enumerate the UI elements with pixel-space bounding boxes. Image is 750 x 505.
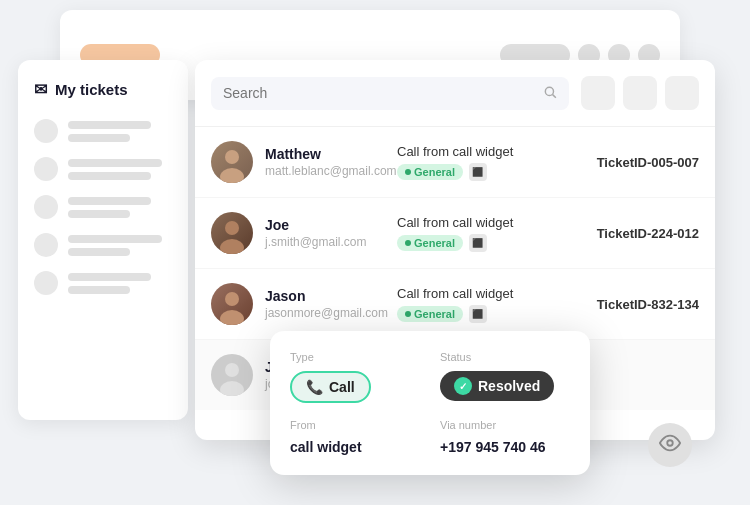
sidebar-line <box>68 172 151 180</box>
ticket-id-jason: TicketID-832-134 <box>579 297 699 312</box>
avatar-jason <box>211 283 253 325</box>
sidebar-title: ✉ My tickets <box>34 80 172 99</box>
sidebar-line <box>68 210 130 218</box>
search-input[interactable] <box>223 85 535 101</box>
call-label: Call <box>329 379 355 395</box>
tooltip-via-section: Via number +197 945 740 46 <box>440 419 570 455</box>
sidebar-lines-3 <box>68 197 172 218</box>
svg-line-1 <box>553 94 556 97</box>
tooltip-status-section: Status ✓ Resolved <box>440 351 570 403</box>
sidebar-row-3 <box>34 195 172 219</box>
sidebar-lines-5 <box>68 273 172 294</box>
ticket-name-jason: Jason <box>265 288 385 304</box>
sidebar-line <box>68 273 151 281</box>
sidebar-line <box>68 159 162 167</box>
tooltip-from-section: From call widget <box>290 419 420 455</box>
toolbar-btn-3[interactable] <box>665 76 699 110</box>
ticket-info-joe: Joe j.smith@gmail.com <box>265 217 385 249</box>
sidebar-avatar-4 <box>34 233 58 257</box>
tag-icon-joe: ⬛ <box>469 234 487 252</box>
ticket-row[interactable]: Jason jasonmore@gmail.com Call from call… <box>195 269 715 340</box>
tag-general-jason: General <box>397 306 463 322</box>
ticket-tags-jason: General ⬛ <box>397 305 567 323</box>
tooltip-type-section: Type 📞 Call <box>290 351 420 403</box>
sidebar-line <box>68 248 130 256</box>
avatar-matthew <box>211 141 253 183</box>
svg-point-6 <box>225 292 239 306</box>
ticket-email-jason: jasonmore@gmail.com <box>265 306 385 320</box>
tooltip-top-row: Type 📞 Call Status ✓ Resolved <box>290 351 570 403</box>
sidebar-row-4 <box>34 233 172 257</box>
sidebar-line <box>68 286 130 294</box>
ticket-email-matthew: matt.leblanc@gmail.com <box>265 164 385 178</box>
call-badge: 📞 Call <box>290 371 371 403</box>
toolbar-btn-1[interactable] <box>581 76 615 110</box>
tooltip-via-value: +197 945 740 46 <box>440 439 570 455</box>
ticket-row[interactable]: Matthew matt.leblanc@gmail.com Call from… <box>195 127 715 198</box>
sidebar-lines-1 <box>68 121 172 142</box>
sidebar-lines-4 <box>68 235 172 256</box>
ticket-type-joe: Call from call widget General ⬛ <box>397 215 567 252</box>
tag-general-joe: General <box>397 235 463 251</box>
search-input-wrapper[interactable] <box>211 77 569 110</box>
tag-general-matthew: General <box>397 164 463 180</box>
svg-point-4 <box>225 221 239 235</box>
ticket-tags-matthew: General ⬛ <box>397 163 567 181</box>
eye-icon <box>659 432 681 458</box>
sidebar-avatar-3 <box>34 195 58 219</box>
svg-point-3 <box>220 168 244 183</box>
tooltip-bottom-row: From call widget Via number +197 945 740… <box>290 419 570 455</box>
svg-point-5 <box>220 239 244 254</box>
envelope-icon: ✉ <box>34 80 47 99</box>
eye-icon-wrapper[interactable] <box>648 423 692 467</box>
sidebar-panel: ✉ My tickets <box>18 60 188 420</box>
tag-icon-matthew: ⬛ <box>469 163 487 181</box>
sidebar-row-1 <box>34 119 172 143</box>
svg-point-9 <box>220 381 244 396</box>
tooltip-card: Type 📞 Call Status ✓ Resolved From call … <box>270 331 590 475</box>
resolved-badge: ✓ Resolved <box>440 371 554 401</box>
ticket-id-matthew: TicketID-005-007 <box>579 155 699 170</box>
sidebar-avatar-1 <box>34 119 58 143</box>
search-icon <box>543 85 557 102</box>
svg-point-7 <box>220 310 244 325</box>
ticket-name-joe: Joe <box>265 217 385 233</box>
toolbar-btn-2[interactable] <box>623 76 657 110</box>
svg-point-2 <box>225 150 239 164</box>
ticket-id-joe: TicketID-224-012 <box>579 226 699 241</box>
ticket-tags-joe: General ⬛ <box>397 234 567 252</box>
svg-point-0 <box>545 87 553 95</box>
sidebar-avatar-2 <box>34 157 58 181</box>
ticket-info-matthew: Matthew matt.leblanc@gmail.com <box>265 146 385 178</box>
sidebar-row-2 <box>34 157 172 181</box>
ticket-info-jason: Jason jasonmore@gmail.com <box>265 288 385 320</box>
tooltip-from-value: call widget <box>290 439 420 455</box>
sidebar-line <box>68 235 162 243</box>
sidebar-line <box>68 121 151 129</box>
ticket-email-joe: j.smith@gmail.com <box>265 235 385 249</box>
ticket-type-jason: Call from call widget General ⬛ <box>397 286 567 323</box>
check-icon: ✓ <box>454 377 472 395</box>
svg-point-8 <box>225 363 239 377</box>
avatar-joe <box>211 212 253 254</box>
sidebar-line <box>68 134 130 142</box>
resolved-label: Resolved <box>478 378 540 394</box>
tooltip-via-label: Via number <box>440 419 570 431</box>
search-bar <box>195 60 715 127</box>
ticket-type-label-matthew: Call from call widget <box>397 144 567 159</box>
ticket-type-label-joe: Call from call widget <box>397 215 567 230</box>
sidebar-lines-2 <box>68 159 172 180</box>
sidebar-rows <box>34 119 172 295</box>
ticket-name-matthew: Matthew <box>265 146 385 162</box>
avatar-john <box>211 354 253 396</box>
tooltip-from-label: From <box>290 419 420 431</box>
ticket-type-matthew: Call from call widget General ⬛ <box>397 144 567 181</box>
sidebar-row-5 <box>34 271 172 295</box>
sidebar-title-text: My tickets <box>55 81 128 98</box>
tooltip-status-label: Status <box>440 351 570 363</box>
ticket-row[interactable]: Joe j.smith@gmail.com Call from call wid… <box>195 198 715 269</box>
toolbar-buttons <box>581 76 699 110</box>
ticket-type-label-jason: Call from call widget <box>397 286 567 301</box>
sidebar-avatar-5 <box>34 271 58 295</box>
call-icon: 📞 <box>306 379 323 395</box>
